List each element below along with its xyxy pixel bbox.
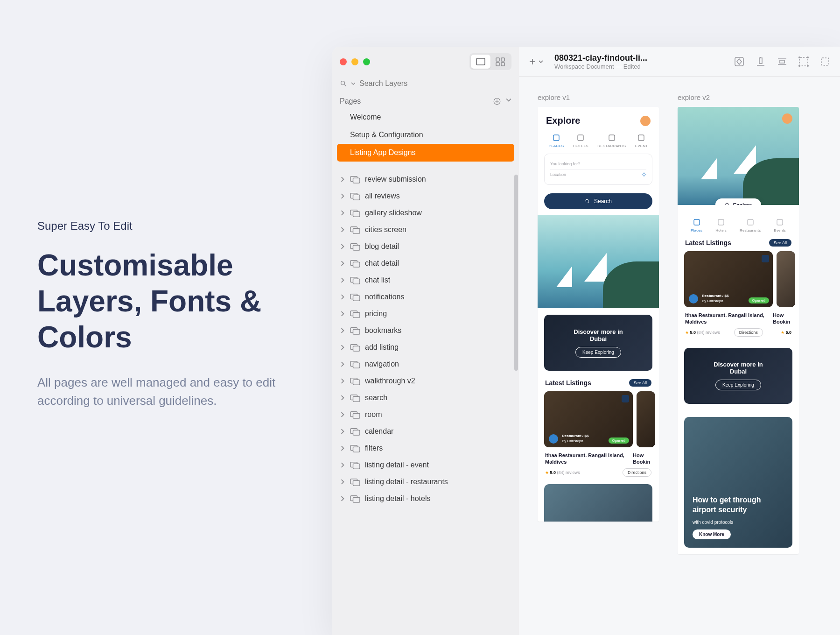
maximize-icon[interactable] [363,58,370,65]
canvas-view-button[interactable] [471,55,490,69]
bookmark-icon[interactable] [622,395,629,402]
svg-rect-79 [694,219,700,225]
see-all-button[interactable]: See All [629,379,651,387]
listing-card-peek[interactable] [637,391,655,447]
search-layers-input[interactable] [359,79,511,88]
layer-name: add listing [365,343,399,352]
directions-button[interactable]: Directions [623,468,651,477]
layers-list[interactable]: review submission all reviews gallery sl… [332,165,519,635]
layer-row[interactable]: all reviews [332,188,519,205]
category-item[interactable]: PLACES [549,134,564,148]
page-item[interactable]: Setup & Configuration [337,126,514,144]
listing-carousel[interactable]: Restaurant / $$ By Christoph Opened [538,391,659,447]
article-card[interactable]: How to get through airport security with… [684,417,792,548]
discover-card[interactable]: Discover more in Dubai Keep Exploring [684,348,792,404]
align-icon[interactable] [755,56,766,67]
chevron-right-icon [340,227,345,233]
search-row[interactable] [332,77,519,92]
mask-icon[interactable] [819,56,831,67]
canvas-area: 080321-clay-findout-li... Workspace Docu… [519,47,840,635]
see-all-button[interactable]: See All [769,239,791,247]
artboard-explore-v2[interactable]: explore v2 Explore PlacesHotelsRestauran… [678,93,799,635]
bookmark-icon[interactable] [762,255,769,262]
avatar[interactable] [640,116,651,126]
hero-illustration: Explore [678,107,799,205]
layer-row[interactable]: chat list [332,272,519,289]
layer-row[interactable]: bookmarks [332,322,519,339]
artboard-icon [350,343,360,352]
keep-exploring-button[interactable]: Keep Exploring [715,380,761,390]
layer-row[interactable]: room [332,406,519,423]
artboard-icon [350,410,360,419]
category-item[interactable]: HOTELS [573,134,588,148]
search-icon [585,198,590,204]
artboard-icon [350,310,360,318]
canvas-body[interactable]: explore v1 Explore PLACESHOTELSRESTAURAN… [519,77,840,635]
phone-mock-v2: Explore PlacesHotelsRestaurantsEvents La… [678,107,799,554]
avatar[interactable] [782,113,792,124]
layer-row[interactable]: listing detail - hotels [332,490,519,507]
category-item[interactable]: RESTAURANTS [597,134,626,148]
category-item[interactable]: Events [774,218,786,233]
marketing-superhead: Super Easy To Edit [37,219,299,233]
layer-row[interactable]: listing detail - event [332,457,519,473]
page-item[interactable]: Welcome [337,108,514,126]
chevron-down-icon[interactable] [506,97,511,103]
search-button[interactable]: Search [544,193,652,209]
layer-row[interactable]: calendar [332,423,519,440]
group-icon[interactable] [798,56,809,67]
svg-rect-4 [501,63,504,66]
category-item[interactable]: EVENT [635,134,648,148]
listing-card[interactable]: Restaurant / $$ By Christoph Opened [544,391,633,447]
canvas-toolbar: 080321-clay-findout-li... Workspace Docu… [519,47,840,77]
svg-rect-66 [553,135,559,141]
symbol-icon[interactable] [734,56,745,67]
layer-row[interactable]: listing detail - restaurants [332,473,519,490]
scrollbar-thumb[interactable] [514,175,518,371]
window-controls[interactable] [340,58,370,65]
layer-row[interactable]: notifications [332,289,519,305]
insert-menu[interactable] [528,57,543,66]
explore-pill[interactable]: Explore [715,198,761,205]
layer-row[interactable]: cities screen [332,221,519,238]
artboard-explore-v1[interactable]: explore v1 Explore PLACESHOTELSRESTAURAN… [538,93,659,635]
svg-rect-31 [353,346,360,351]
minimize-icon[interactable] [351,58,358,65]
close-icon[interactable] [340,58,347,65]
distribute-icon[interactable] [777,56,788,67]
add-page-icon[interactable] [493,97,501,106]
layer-row[interactable]: walkthrough v2 [332,373,519,389]
layer-row[interactable]: add listing [332,339,519,356]
directions-button[interactable]: Directions [734,328,763,337]
pages-header: Pages [332,92,519,108]
page-item[interactable]: Listing App Designs [337,144,514,162]
crosshair-icon[interactable] [642,172,646,177]
artboard-label[interactable]: explore v1 [538,93,659,101]
document-title[interactable]: 080321-clay-findout-li... [554,53,647,63]
category-item[interactable]: Hotels [715,218,727,233]
artboard-label[interactable]: explore v2 [678,93,799,101]
layer-row[interactable]: pricing [332,305,519,322]
category-item[interactable]: Places [691,218,702,233]
category-item[interactable]: Restaurants [740,218,761,233]
chevron-right-icon [340,361,345,367]
artboard-icon [350,276,360,284]
components-view-button[interactable] [490,55,510,69]
layer-row[interactable]: chat detail [332,255,519,272]
layer-row[interactable]: blog detail [332,238,519,255]
discover-card[interactable]: Discover more in Dubai Keep Exploring [544,315,652,371]
know-more-button[interactable]: Know More [693,529,731,539]
view-toggle[interactable] [469,53,511,70]
svg-rect-68 [609,135,615,141]
listing-card-peek[interactable] [777,251,795,307]
layer-row[interactable]: review submission [332,171,519,188]
layer-row[interactable]: navigation [332,356,519,373]
listing-card[interactable]: Restaurant / $$ By Christoph Opened [684,251,773,307]
search-card[interactable]: You looking for? Location [544,154,652,185]
keep-exploring-button[interactable]: Keep Exploring [575,347,621,358]
layer-row[interactable]: search [332,389,519,406]
layer-row[interactable]: gallery slideshow [332,205,519,221]
layer-row[interactable]: filters [332,440,519,457]
layer-name: chat list [365,276,390,284]
listing-carousel[interactable]: Restaurant / $$ By Christoph Opened [678,251,799,307]
